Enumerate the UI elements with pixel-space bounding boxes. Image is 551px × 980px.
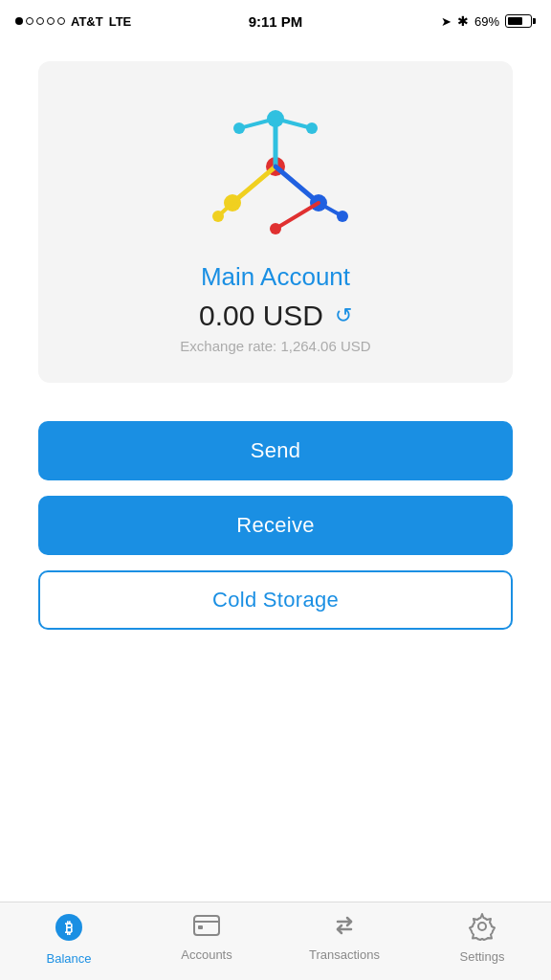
battery-tip <box>533 18 536 24</box>
signal-dot-2 <box>26 17 33 25</box>
status-left: AT&T LTE <box>15 14 131 29</box>
status-time: 9:11 PM <box>249 13 303 30</box>
accounts-tab-icon <box>192 912 221 944</box>
refresh-icon[interactable]: ↺ <box>335 303 352 328</box>
battery-fill <box>508 17 522 25</box>
battery-body <box>505 14 532 28</box>
balance-row: 0.00 USD ↺ <box>199 300 352 332</box>
send-button[interactable]: Send <box>38 421 513 480</box>
signal-indicator <box>15 17 65 25</box>
svg-rect-19 <box>194 916 219 935</box>
cold-storage-button[interactable]: Cold Storage <box>38 570 513 630</box>
location-icon: ➤ <box>441 14 452 29</box>
status-right: ➤ ✱ 69% <box>441 13 536 29</box>
tab-settings-label: Settings <box>460 949 505 964</box>
transactions-tab-icon <box>330 912 359 944</box>
tab-settings[interactable]: Settings <box>413 912 551 964</box>
svg-text:₿: ₿ <box>65 920 73 936</box>
bluetooth-icon: ✱ <box>457 13 469 29</box>
settings-tab-icon <box>468 912 496 946</box>
tab-accounts[interactable]: Accounts <box>138 912 276 962</box>
receive-button[interactable]: Receive <box>38 496 513 555</box>
account-name: Main Account <box>201 262 350 292</box>
signal-dot-1 <box>15 17 23 25</box>
balance-amount: 0.00 USD <box>199 300 323 332</box>
account-card: Main Account 0.00 USD ↺ Exchange rate: 1… <box>38 61 513 383</box>
svg-line-16 <box>276 203 319 229</box>
svg-line-11 <box>276 167 319 203</box>
balance-tab-icon: ₿ <box>54 912 84 947</box>
battery-percentage: 69% <box>474 14 499 29</box>
tab-transactions-label: Transactions <box>309 947 380 962</box>
signal-dot-4 <box>47 17 55 25</box>
network-type: LTE <box>109 14 132 29</box>
battery-icon <box>505 14 536 28</box>
main-content: Main Account 0.00 USD ↺ Exchange rate: 1… <box>0 42 551 630</box>
status-bar: AT&T LTE 9:11 PM ➤ ✱ 69% <box>0 0 551 42</box>
exchange-rate: Exchange rate: 1,264.06 USD <box>180 338 370 354</box>
svg-point-24 <box>478 923 486 930</box>
app-logo <box>199 90 352 243</box>
signal-dot-5 <box>57 17 65 25</box>
tab-accounts-label: Accounts <box>181 947 231 962</box>
tab-balance-label: Balance <box>47 951 92 966</box>
svg-rect-21 <box>198 925 203 929</box>
tab-balance[interactable]: ₿ Balance <box>0 912 138 966</box>
tab-bar: ₿ Balance Accounts Transactions <box>0 902 551 980</box>
carrier-name: AT&T <box>71 14 103 29</box>
signal-dot-3 <box>36 17 44 25</box>
svg-line-10 <box>232 167 276 203</box>
tab-transactions[interactable]: Transactions <box>276 912 413 962</box>
